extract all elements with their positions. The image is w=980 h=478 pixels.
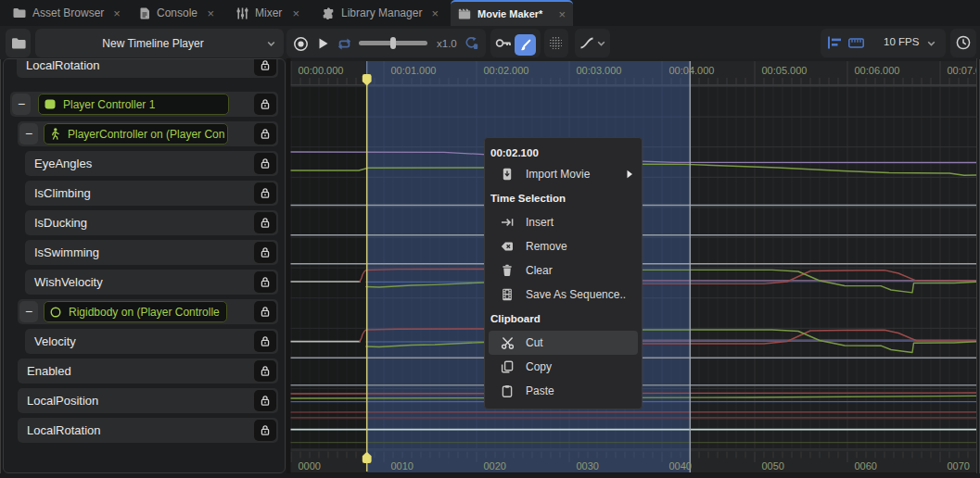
svg-text:0020: 0020 <box>484 460 506 472</box>
svg-text:0070: 0070 <box>948 460 970 472</box>
svg-text:0060: 0060 <box>855 460 877 472</box>
svg-text:00:02.000: 00:02.000 <box>484 65 529 76</box>
svg-text:00:03.000: 00:03.000 <box>577 65 622 76</box>
svg-text:0010: 0010 <box>391 460 414 472</box>
svg-text:00:00.000: 00:00.000 <box>299 65 344 76</box>
svg-text:0030: 0030 <box>577 460 599 472</box>
svg-text:0050: 0050 <box>762 460 784 472</box>
svg-text:00:06.000: 00:06.000 <box>855 65 900 76</box>
svg-text:00:04.000: 00:04.000 <box>669 65 715 76</box>
svg-text:0040: 0040 <box>669 460 692 472</box>
svg-text:0000: 0000 <box>299 460 321 472</box>
svg-text:00:05.000: 00:05.000 <box>762 65 808 76</box>
svg-text:00:07.000: 00:07.000 <box>948 65 978 76</box>
svg-text:00:01.000: 00:01.000 <box>391 65 437 76</box>
